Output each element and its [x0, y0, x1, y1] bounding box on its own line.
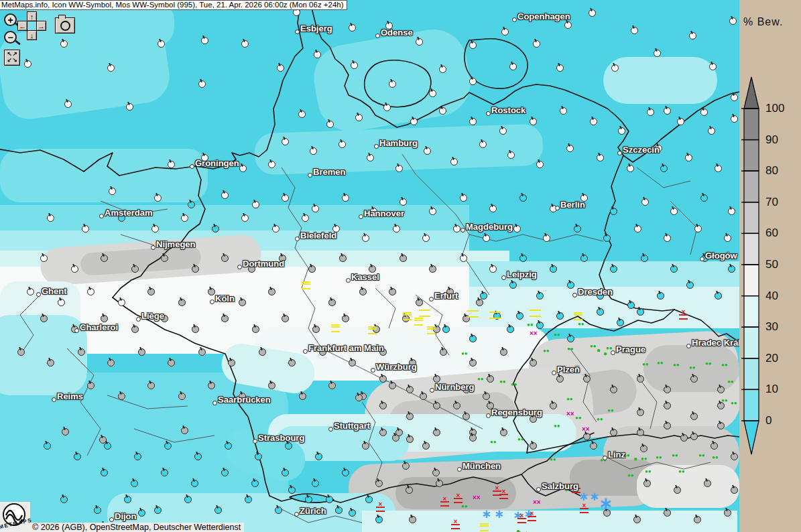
wx-symbol-cloud-cover-circle-gray [87, 382, 95, 389]
wx-symbol-cloud-cover-circle-cyan [536, 322, 544, 329]
wx-symbol-cloud-cover-circle-gray [389, 288, 396, 295]
wx-symbol-cloud-cover-circle-white [201, 37, 208, 44]
wx-symbol-cloud-cover-circle-cyan [138, 509, 145, 517]
city-marker-dot [375, 34, 380, 38]
wx-symbol-ice-pellets-red [517, 515, 526, 523]
wx-symbol-cloud-cover-circle-white [395, 165, 403, 172]
wx-symbol-cloud-cover-circle-gray [168, 359, 175, 367]
wx-symbol-cloud-cover-circle-gray [690, 375, 698, 383]
city-label: Köln [215, 293, 235, 304]
wx-symbol-snowflake-blue: ∗ [599, 494, 613, 512]
wx-symbol-cloud-cover-circle-gray [500, 429, 507, 436]
wx-symbol-cloud-cover-circle-gray [440, 348, 447, 356]
wx-symbol-cloud-cover-circle-white [429, 90, 436, 97]
wx-symbol-cloud-cover-circle-gray [694, 516, 701, 523]
wx-symbol-cloud-cover-circle-gray [664, 509, 671, 517]
wx-symbol-cloud-cover-circle-gray [530, 359, 537, 367]
city-label: Prague [616, 344, 645, 354]
wx-symbol-cloud-cover-circle-gray [99, 436, 107, 444]
wx-symbol-cloud-cover-circle-cyan [597, 308, 604, 316]
wx-symbol-cloud-cover-circle-white [731, 115, 738, 123]
wx-symbol-cloud-cover-circle-gray [40, 315, 48, 322]
colorbar-tick-label: 60 [765, 226, 778, 240]
wx-symbol-cloud-cover-circle-white [715, 165, 722, 172]
wx-symbol-drizzle-green: ●● [461, 351, 468, 356]
wx-symbol-cloud-cover-circle-cyan [657, 292, 664, 300]
wx-symbol-drizzle-green: ●● [731, 401, 737, 406]
wx-symbol-cloud-cover-circle-cyan [519, 255, 527, 262]
wx-symbol-cloud-cover-circle-cyan [74, 453, 81, 460]
wx-symbol-cloud-cover-circle-gray [643, 480, 651, 487]
city-marker-dot [109, 517, 114, 522]
wx-symbol-cloud-cover-circle-cyan [556, 312, 564, 320]
wx-symbol-cloud-cover-circle-gray [583, 375, 591, 383]
city-marker-dot [686, 344, 691, 348]
wx-symbol-cloud-cover-circle-white [677, 118, 684, 125]
wx-symbol-ice-pellets-red [580, 505, 589, 513]
pan-up-button[interactable]: ↑ [27, 11, 37, 21]
wx-symbol-freezing-drizzle-magenta: ×× [582, 426, 590, 433]
city-label: Zürich [300, 506, 326, 516]
wx-symbol-cloud-cover-circle-gray [432, 469, 440, 476]
wx-symbol-cloud-cover-circle-gray [362, 442, 369, 450]
city-label: Leipzig [507, 269, 537, 279]
wx-symbol-fog-yellow [403, 312, 412, 320]
fullscreen-button[interactable]: ↖↗ ↙↘ [4, 50, 20, 66]
wx-symbol-cloud-cover-circle-white [507, 151, 515, 159]
wx-symbol-cloud-cover-circle-white [126, 103, 133, 111]
wx-symbol-drizzle-dot-green: ● [633, 456, 637, 462]
wx-symbol-cloud-cover-circle-white [64, 101, 72, 108]
wx-symbol-cloud-cover-circle-white [282, 194, 289, 202]
wx-symbol-cloud-cover-circle-cyan [191, 480, 198, 487]
wx-symbol-cloud-cover-circle-gray [406, 413, 414, 420]
city-marker-dot [190, 164, 194, 169]
city-label: Berlin [560, 200, 585, 210]
city-label: Charleroi [80, 322, 118, 332]
city-marker-dot [457, 467, 462, 472]
wx-symbol-cloud-cover-circle-white [424, 147, 431, 155]
wx-symbol-cloud-cover-circle-white [399, 198, 407, 206]
wx-symbol-drizzle-green: ●● [698, 453, 705, 458]
wx-symbol-drizzle-green: ●● [554, 423, 560, 429]
city-label: Nijmegen [156, 239, 196, 249]
colorbar-tick-label: 0 [765, 414, 772, 427]
city-marker-dot [603, 456, 607, 460]
wx-symbol-cloud-cover-circle-white [107, 64, 115, 72]
wx-symbol-cloud-cover-circle-white [543, 235, 550, 242]
pan-down-button[interactable]: ↓ [27, 30, 37, 40]
wx-symbol-cloud-cover-circle-gray [429, 265, 436, 273]
wx-symbol-cloud-cover-circle-white [479, 141, 487, 148]
wx-symbol-cloud-cover-circle-cyan [509, 281, 517, 289]
wx-symbol-cloud-cover-circle-cyan [670, 265, 678, 273]
wx-symbol-cloud-cover-circle-white [536, 161, 544, 168]
wx-symbol-cloud-cover-circle-gray [409, 516, 416, 523]
wx-symbol-cloud-cover-circle-gray [416, 299, 423, 306]
wx-symbol-cloud-cover-circle-gray [664, 386, 671, 393]
city-marker-dot [486, 413, 491, 418]
wx-symbol-cloud-cover-circle-cyan [660, 165, 668, 172]
city-label: Esbjerg [300, 23, 332, 34]
wx-symbol-cloud-cover-circle-gray [389, 382, 396, 389]
city-marker-dot [572, 293, 577, 297]
zoom-in-button[interactable]: + [4, 13, 17, 26]
wx-symbol-drizzle-green: ●● [566, 397, 573, 402]
weather-map[interactable]: ●●●●●●●●●●●●●●●●●●●●●●●●●●●●●●●●●●●●●●●●… [0, 0, 739, 532]
wx-symbol-cloud-cover-circle-cyan [245, 496, 252, 503]
wx-symbol-mist-yellow [467, 310, 479, 318]
snapshot-button[interactable] [55, 17, 75, 34]
zoom-out-button[interactable]: − [4, 31, 17, 44]
wx-symbol-cloud-cover-circle-white [634, 225, 641, 232]
pan-right-button[interactable]: → [36, 21, 46, 31]
wx-symbol-cloud-cover-circle-white [460, 255, 467, 262]
wx-symbol-cloud-cover-circle-cyan [617, 319, 624, 326]
wx-symbol-cloud-cover-circle-white [389, 80, 396, 88]
pan-left-button[interactable]: ← [17, 21, 27, 31]
wx-symbol-cloud-cover-circle-white [709, 63, 717, 70]
city-label: Bielefeld [300, 230, 336, 241]
wx-symbol-cloud-cover-circle-gray [101, 315, 108, 322]
city-label: Liège [141, 311, 164, 321]
city-marker-dot [371, 368, 375, 373]
wx-symbol-drizzle-green: ●● [477, 377, 484, 382]
wx-symbol-cloud-cover-circle-gray [500, 348, 507, 356]
city-marker-dot [52, 397, 56, 402]
